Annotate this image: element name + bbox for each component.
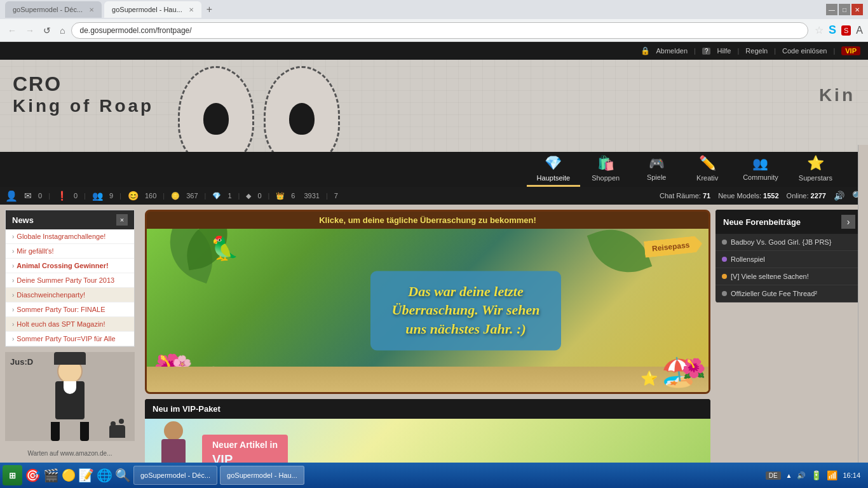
tab1-close[interactable]: ✕ <box>89 6 94 13</box>
taskbar-pp-icon[interactable]: 🎯 <box>25 468 41 483</box>
news-link-3[interactable]: Deine Summer Party Tour 2013 <box>17 276 114 284</box>
taskbar-time: 16:14 <box>843 471 860 479</box>
website-content: 🔒 Abmelden | ? Hilfe | Regeln | Code ein… <box>0 42 868 488</box>
news-item-5[interactable]: › Sommer Party Tour: FINALE <box>6 302 134 317</box>
center-content: Klicke, um deine tägliche Überraschung z… <box>140 205 715 488</box>
start-button[interactable]: ⊞ <box>3 465 22 485</box>
new-tab-button[interactable]: + <box>207 4 212 15</box>
score-display: 3931 <box>304 192 319 200</box>
news-link-5[interactable]: Sommer Party Tour: FINALE <box>17 306 105 313</box>
forum-header: Neue Forenbeiträge › <box>715 210 863 234</box>
avatar-panel[interactable]: Jus:D <box>5 352 135 441</box>
smile-icon[interactable]: 😊 <box>128 191 139 201</box>
reload-button[interactable]: ↺ <box>41 23 53 38</box>
forward-button[interactable]: → <box>23 23 37 38</box>
right-scrollbar[interactable] <box>858 145 868 488</box>
news-item-0[interactable]: › Globale Instagramchallenge! <box>6 229 134 244</box>
surprise-top-bar[interactable]: Klicke, um deine tägliche Überraschung z… <box>147 212 709 229</box>
news-item-4[interactable]: › Diaschweinchenparty! <box>6 288 134 302</box>
online-label-text: Online: <box>787 192 809 200</box>
news-item-7[interactable]: › Sommer Party Tour=VIP für Alle <box>6 332 134 346</box>
hilfe-link[interactable]: Hilfe <box>717 47 731 55</box>
chat-label-text: Chat Räume: <box>660 192 701 200</box>
vip-avatar-head <box>164 421 183 440</box>
forum-item-3[interactable]: Offizieller Gute Fee Thread² <box>715 285 863 302</box>
win-maximize[interactable]: □ <box>839 4 850 15</box>
lang-indicator: DE <box>766 471 781 480</box>
nav-superstars[interactable]: ⭐ Superstars <box>789 152 843 187</box>
news-link-4[interactable]: Diaschweinchenparty! <box>17 291 85 299</box>
friends-icon[interactable]: 👥 <box>92 191 103 201</box>
win-minimize[interactable]: — <box>826 4 837 15</box>
news-item-1[interactable]: › Mir gefällt's! <box>6 244 134 259</box>
news-collapse-button[interactable]: × <box>116 214 128 226</box>
surprise-content[interactable]: 🌺 🌸 🦜 🐚 🏖️ 🌺 <box>147 229 709 392</box>
tab1-label: goSupermodel - Déc... <box>13 6 83 13</box>
crown-icon: 👑 <box>276 192 285 200</box>
news-item-3[interactable]: › Deine Summer Party Tour 2013 <box>6 273 134 288</box>
taskbar-yellow-icon[interactable]: 🟡 <box>62 468 76 482</box>
volume-taskbar-icon[interactable]: 🔊 <box>797 471 806 480</box>
taskbar-chrome-icon[interactable]: 🌐 <box>97 468 112 483</box>
ext-icon-1[interactable]: S <box>841 25 851 36</box>
taskbar-search-icon[interactable]: 🔍 <box>115 468 131 483</box>
news-link-0[interactable]: Globale Instagramchallenge! <box>17 233 105 240</box>
news-link-7[interactable]: Sommer Party Tour=VIP für Alle <box>17 335 115 342</box>
news-item-2[interactable]: › Animal Crossing Gewinner! <box>6 259 134 273</box>
browser-tab-1[interactable]: goSupermodel - Déc... ✕ <box>5 1 102 18</box>
forum-next-button[interactable]: › <box>841 215 855 229</box>
taskbar-vlc-icon[interactable]: 🎬 <box>43 468 59 483</box>
news-item-6[interactable]: › Holt euch das SPT Magazin! <box>6 317 134 332</box>
browser-frame: goSupermodel - Déc... ✕ goSupermodel - H… <box>0 0 868 42</box>
volume-icon[interactable]: 🔊 <box>834 191 844 201</box>
taskbar-right: DE ▲ 🔊 🔋 📶 16:14 <box>766 470 865 480</box>
taskbar-word-icon[interactable]: 📝 <box>78 468 94 483</box>
alert-icon[interactable]: ❗ <box>57 191 67 201</box>
nav-spiele[interactable]: 🎮 Spiele <box>631 152 682 187</box>
code-einloesen-link[interactable]: Code einlösen <box>782 47 827 55</box>
news-title: News <box>12 215 34 225</box>
news-header: News × <box>6 210 134 229</box>
abmelden-link[interactable]: Abmelden <box>656 47 688 55</box>
top-utility-bar: 🔒 Abmelden | ? Hilfe | Regeln | Code ein… <box>0 42 868 60</box>
arrow-up-icon[interactable]: ▲ <box>786 472 792 479</box>
vip-badge[interactable]: VIP <box>841 46 860 55</box>
arrow-icon-4: › <box>12 292 14 299</box>
forum-item-2[interactable]: [V] Viele seltene Sachen! <box>715 268 863 285</box>
skype-icon[interactable]: S <box>829 24 836 37</box>
nav-kreativ[interactable]: ✏️ Kreativ <box>682 152 733 187</box>
news-link-1[interactable]: Mir gefällt's! <box>17 247 53 255</box>
mail-icon[interactable]: ✉ <box>24 191 32 201</box>
news-link-2[interactable]: Animal Crossing Gewinner! <box>17 262 108 269</box>
bookmark-icon[interactable]: ☆ <box>815 24 824 36</box>
ext-icon-2[interactable]: A <box>856 25 863 36</box>
forum-item-1[interactable]: Rollenspiel <box>715 251 863 268</box>
question-icon: ? <box>702 48 711 55</box>
lock-icon: 🔒 <box>641 46 650 55</box>
taskbar-app-2[interactable]: goSupermodel - Hau... <box>220 466 304 485</box>
taskbar-app-1[interactable]: goSupermodel - Déc... <box>133 466 217 485</box>
news-link-6[interactable]: Holt euch das SPT Magazin! <box>17 320 105 328</box>
home-button[interactable]: ⌂ <box>57 23 67 38</box>
zero-icon: ◆ <box>246 192 251 200</box>
back-button[interactable]: ← <box>5 23 19 38</box>
nav-hauptseite[interactable]: 💎 Hauptseite <box>527 152 581 187</box>
regeln-link[interactable]: Regeln <box>745 47 768 55</box>
forum-text-1: Rollenspiel <box>731 255 765 263</box>
tab2-close[interactable]: ✕ <box>189 6 194 13</box>
forum-text-3: Offizieller Gute Fee Thread² <box>731 290 817 297</box>
win-close[interactable]: ✕ <box>851 4 863 15</box>
reisepass-badge[interactable]: Reisepass <box>644 235 703 257</box>
surprise-banner[interactable]: Klicke, um deine tägliche Überraschung z… <box>145 210 710 394</box>
browser-tab-2[interactable]: goSupermodel - Hau... ✕ <box>104 1 201 18</box>
profile-icon[interactable]: 👤 <box>5 190 18 202</box>
panda-right-eye <box>289 103 315 135</box>
forum-item-0[interactable]: Badboy Vs. Good Girl. {JB PRS} <box>715 234 863 251</box>
battery-icon: 🔋 <box>811 470 822 480</box>
flower-right: 🌺 <box>682 357 705 379</box>
nav-shoppen[interactable]: 🛍️ Shoppen <box>580 152 631 187</box>
address-bar[interactable] <box>71 22 808 39</box>
score2-value: 7 <box>334 192 338 200</box>
nav-community[interactable]: 👥 Community <box>733 152 789 187</box>
smile-count: 160 <box>145 192 156 200</box>
